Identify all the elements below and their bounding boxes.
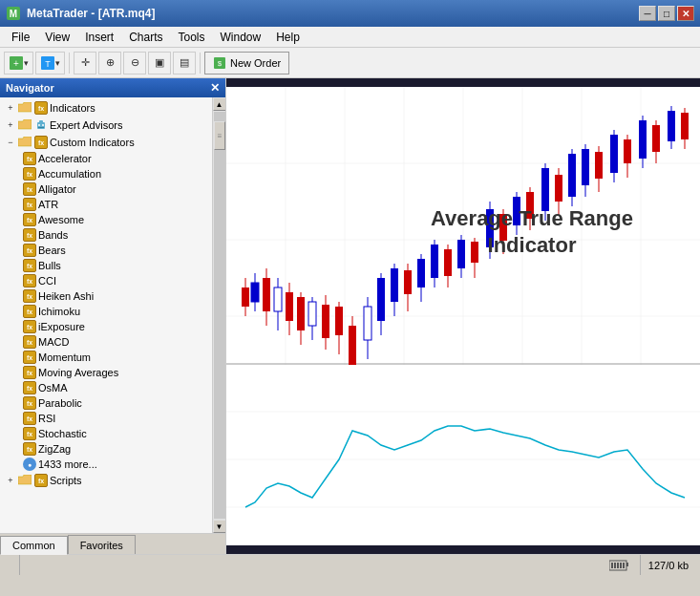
tree-item-scripts[interactable]: + fx Scripts (0, 472, 212, 489)
tree-item-moving-averages[interactable]: fx Moving Averages (0, 365, 212, 380)
toolbar-chart-shift[interactable]: ▣ (148, 52, 171, 74)
svg-text:T: T (45, 59, 51, 69)
svg-rect-37 (297, 297, 305, 330)
tree-item-cci[interactable]: fx CCI (0, 273, 212, 288)
folder-icon-custom (17, 135, 32, 150)
tree-label-heiken-ashi: Heiken Ashi (38, 290, 94, 302)
toolbar-zoom-out[interactable]: ⊖ (123, 52, 146, 74)
tree-item-iexposure[interactable]: fx iExposure (0, 319, 212, 334)
expand-scripts[interactable]: + (4, 474, 17, 487)
svg-rect-27 (242, 287, 249, 307)
tree-item-atr[interactable]: fx ATR (0, 197, 212, 212)
svg-rect-9 (39, 120, 43, 123)
expand-ea[interactable]: + (4, 118, 17, 132)
robot-icon (34, 118, 48, 132)
tree-item-accumulation[interactable]: fx Accumulation (0, 166, 212, 181)
indicator-icon-parabolic: fx (23, 396, 36, 410)
menu-tools[interactable]: Tools (171, 29, 213, 46)
chart-area[interactable]: Average True Range Indicator (226, 78, 700, 554)
toolbar-templates[interactable]: T ▾ (35, 52, 65, 74)
tab-common-label: Common (12, 540, 55, 551)
nav-scrollbar: ▲ ≡ ▼ (212, 97, 225, 533)
scroll-thumb[interactable]: ≡ (214, 121, 225, 150)
navigator-close[interactable]: ✕ (210, 81, 220, 95)
expand-indicators[interactable]: + (4, 101, 17, 115)
svg-rect-43 (335, 307, 343, 335)
svg-text:+: + (13, 58, 19, 69)
tree-item-accelerator[interactable]: fx Accelerator (0, 151, 212, 166)
menu-file[interactable]: File (4, 29, 37, 46)
tree-item-bands[interactable]: fx Bands (0, 227, 212, 243)
scroll-track[interactable]: ≡ (214, 112, 225, 519)
indicator-icon-rsi: fx (23, 412, 36, 425)
tree-label-cci: CCI (38, 275, 56, 287)
svg-rect-75 (555, 175, 562, 202)
svg-rect-35 (286, 292, 293, 321)
close-button[interactable]: ✕ (677, 6, 694, 21)
tree-item-zigzag[interactable]: fx ZigZag (0, 441, 212, 457)
tree-label-awesome: Awesome (38, 214, 84, 225)
svg-rect-93 (681, 113, 689, 139)
new-order-button[interactable]: $ New Order (204, 52, 289, 74)
menu-bar: File View Insert Charts Tools Window Hel… (0, 27, 700, 48)
folder-icon (17, 100, 32, 116)
tree-label-macd: MACD (38, 336, 69, 348)
svg-rect-89 (652, 125, 660, 152)
expand-custom[interactable]: − (4, 136, 17, 149)
tree-label-rsi: RSI (38, 413, 55, 424)
svg-rect-91 (668, 111, 675, 141)
maximize-button[interactable]: □ (658, 6, 675, 21)
tree-item-osma[interactable]: fx OsMA (0, 380, 212, 395)
tree-item-rsi[interactable]: fx RSI (0, 411, 212, 426)
scroll-down-button[interactable]: ▼ (213, 520, 226, 533)
menu-help[interactable]: Help (268, 29, 308, 46)
tree-item-bears[interactable]: fx Bears (0, 243, 212, 258)
svg-rect-51 (391, 268, 398, 302)
svg-rect-41 (322, 305, 329, 338)
indicator-icon-momentum: fx (23, 351, 36, 364)
tree-label-more: 1433 more... (38, 458, 97, 470)
tree-label-indicators: Indicators (50, 102, 95, 114)
navigator-panel: Navigator ✕ + fx Indicators (0, 78, 226, 554)
toolbar-zoom-in[interactable]: ⊕ (98, 52, 121, 74)
tree-item-more[interactable]: ● 1433 more... (0, 457, 212, 472)
tree-item-parabolic[interactable]: fx Parabolic (0, 395, 212, 411)
indicator-icon-cci: fx (23, 274, 36, 287)
tree-item-momentum[interactable]: fx Momentum (0, 350, 212, 365)
minimize-button[interactable]: ─ (639, 6, 656, 21)
svg-rect-53 (404, 270, 412, 294)
atr-indicator (226, 365, 700, 545)
tree-label-custom: Custom Indicators (50, 137, 135, 148)
title-bar: M MetaTrader - [ATR.mq4] ─ □ ✕ (0, 0, 700, 27)
menu-window[interactable]: Window (213, 29, 269, 46)
tree-item-bulls[interactable]: fx Bulls (0, 258, 212, 273)
tree-item-expert-advisors[interactable]: + Ex (0, 117, 212, 134)
tree-label-ea: Expert Advisors (50, 119, 122, 131)
tab-favorites[interactable]: Favorites (68, 535, 136, 554)
svg-text:M: M (10, 9, 17, 19)
tree-item-awesome[interactable]: fx Awesome (0, 212, 212, 227)
indicator-icon-osma: fx (23, 381, 36, 394)
toolbar-autoscroll[interactable]: ▤ (173, 52, 196, 74)
toolbar-new-chart[interactable]: + ▾ (4, 52, 33, 74)
navigator-tree: + fx Indicators + (0, 97, 212, 533)
tree-item-custom-indicators[interactable]: − fx Custom Indicators (0, 134, 212, 151)
svg-rect-83 (610, 135, 618, 173)
tree-item-heiken-ashi[interactable]: fx Heiken Ashi (0, 288, 212, 304)
menu-charts[interactable]: Charts (121, 29, 170, 46)
tree-item-indicators[interactable]: + fx Indicators (0, 99, 212, 117)
toolbar-crosshair[interactable]: ✛ (74, 52, 96, 74)
tree-item-macd[interactable]: fx MACD (0, 334, 212, 350)
svg-rect-79 (582, 149, 589, 185)
scroll-grip-icon: ≡ (218, 132, 222, 140)
indicator-icon-bands: fx (23, 228, 36, 242)
tree-item-ichimoku[interactable]: fx Ichimoku (0, 304, 212, 319)
window-controls: ─ □ ✕ (639, 6, 694, 21)
tree-item-alligator[interactable]: fx Alligator (0, 181, 212, 197)
menu-insert[interactable]: Insert (77, 29, 121, 46)
scroll-up-button[interactable]: ▲ (213, 97, 226, 111)
svg-rect-29 (251, 283, 259, 302)
menu-view[interactable]: View (37, 29, 77, 46)
tab-common[interactable]: Common (0, 536, 68, 555)
tree-item-stochastic[interactable]: fx Stochastic (0, 426, 212, 441)
